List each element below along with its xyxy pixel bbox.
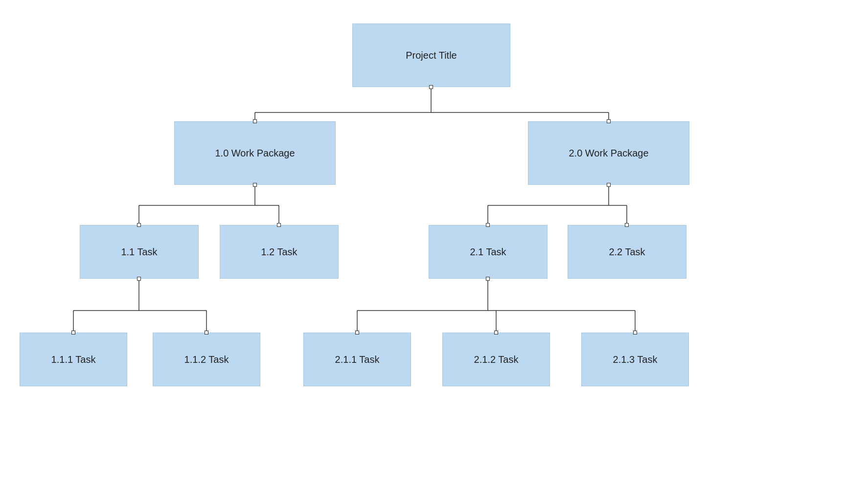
t21-label: 2.1 Task xyxy=(470,246,506,258)
dot-t21-bottom xyxy=(486,277,490,281)
dot-t12-top xyxy=(277,223,281,227)
t111-node[interactable]: 1.1.1 Task xyxy=(20,333,127,386)
wp1-label: 1.0 Work Package xyxy=(215,148,295,159)
t22-node[interactable]: 2.2 Task xyxy=(568,225,686,279)
dot-wp1-top xyxy=(253,119,257,123)
t11-label: 1.1 Task xyxy=(121,246,157,258)
t12-label: 1.2 Task xyxy=(261,246,297,258)
dot-t21-top xyxy=(486,223,490,227)
t11-node[interactable]: 1.1 Task xyxy=(80,225,199,279)
t213-node[interactable]: 2.1.3 Task xyxy=(581,333,689,386)
tree-diagram: Project Title 1.0 Work Package 2.0 Work … xyxy=(0,0,868,490)
dot-t11-bottom xyxy=(137,277,141,281)
dot-wp2-top xyxy=(607,119,611,123)
dot-wp1-bottom xyxy=(253,183,257,187)
dot-t213-top xyxy=(633,331,637,334)
dot-t111-top xyxy=(71,331,75,334)
t112-label: 1.1.2 Task xyxy=(184,354,229,365)
wp1-node[interactable]: 1.0 Work Package xyxy=(174,121,336,185)
project-label: Project Title xyxy=(406,50,457,61)
dot-t11-top xyxy=(137,223,141,227)
dot-t211-top xyxy=(355,331,359,334)
t111-label: 1.1.1 Task xyxy=(51,354,96,365)
t212-node[interactable]: 2.1.2 Task xyxy=(442,333,550,386)
t213-label: 2.1.3 Task xyxy=(613,354,658,365)
t211-label: 2.1.1 Task xyxy=(335,354,380,365)
t22-label: 2.2 Task xyxy=(609,246,645,258)
t21-node[interactable]: 2.1 Task xyxy=(429,225,548,279)
t112-node[interactable]: 1.1.2 Task xyxy=(153,333,260,386)
wp2-label: 2.0 Work Package xyxy=(569,148,648,159)
dot-project-bottom xyxy=(429,85,433,89)
t211-node[interactable]: 2.1.1 Task xyxy=(303,333,411,386)
dot-wp2-bottom xyxy=(607,183,611,187)
t12-node[interactable]: 1.2 Task xyxy=(220,225,339,279)
dot-t212-top xyxy=(494,331,498,334)
t212-label: 2.1.2 Task xyxy=(474,354,519,365)
dot-t22-top xyxy=(625,223,629,227)
project-node[interactable]: Project Title xyxy=(352,23,510,87)
dot-t112-top xyxy=(205,331,208,334)
wp2-node[interactable]: 2.0 Work Package xyxy=(528,121,689,185)
